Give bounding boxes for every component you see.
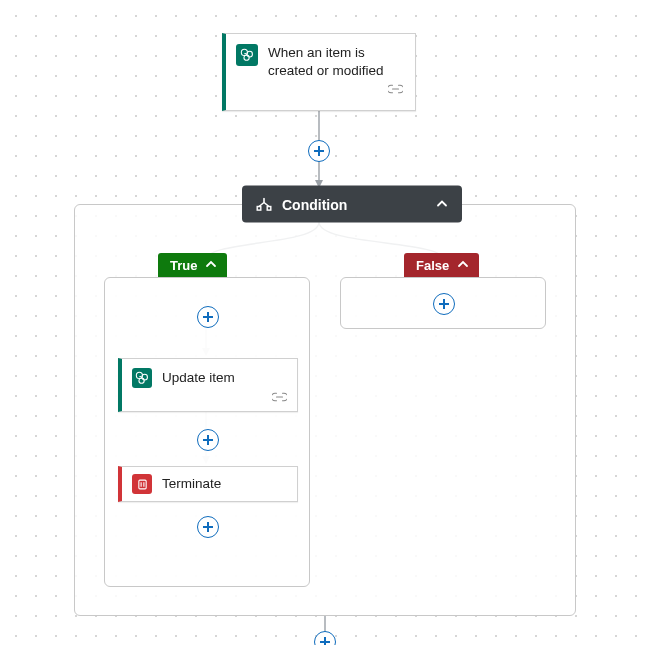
trigger-title: When an item is created or modified	[268, 44, 403, 80]
condition-label: Condition	[282, 196, 347, 212]
false-branch-box	[340, 277, 546, 329]
action-title: Terminate	[162, 473, 221, 495]
link-icon	[272, 392, 287, 402]
action-title: Update item	[162, 367, 235, 389]
add-action-button-true-bottom[interactable]	[197, 516, 219, 538]
svg-rect-10	[138, 480, 145, 489]
add-action-button-true-mid[interactable]	[197, 429, 219, 451]
condition-card[interactable]: Condition	[242, 186, 462, 223]
svg-point-8	[142, 374, 148, 380]
true-branch-header[interactable]: True	[158, 253, 227, 277]
sharepoint-icon	[132, 368, 152, 388]
chevron-up-icon	[457, 258, 469, 273]
svg-rect-14	[267, 206, 271, 210]
add-action-button-top[interactable]	[308, 140, 330, 162]
svg-point-5	[247, 51, 253, 57]
true-branch-box: Update item Terminate	[104, 277, 310, 587]
condition-container: True Update item	[74, 204, 576, 616]
action-card-terminate[interactable]: Terminate	[118, 466, 298, 502]
add-action-button-true-top[interactable]	[197, 306, 219, 328]
false-branch-label: False	[416, 258, 449, 273]
svg-point-6	[244, 55, 249, 60]
false-branch-header[interactable]: False	[404, 253, 479, 277]
add-action-button-bottom[interactable]	[314, 631, 336, 645]
add-action-button-false[interactable]	[433, 293, 455, 315]
svg-point-9	[139, 378, 144, 383]
chevron-up-icon	[436, 196, 448, 212]
sharepoint-icon	[236, 44, 258, 66]
trigger-card[interactable]: When an item is created or modified	[222, 33, 416, 111]
terminate-icon	[132, 474, 152, 494]
action-card-update-item[interactable]: Update item	[118, 358, 298, 412]
svg-rect-13	[257, 206, 261, 210]
condition-icon	[256, 197, 272, 211]
chevron-up-icon	[205, 258, 217, 273]
true-branch-label: True	[170, 258, 197, 273]
link-icon	[388, 84, 403, 94]
